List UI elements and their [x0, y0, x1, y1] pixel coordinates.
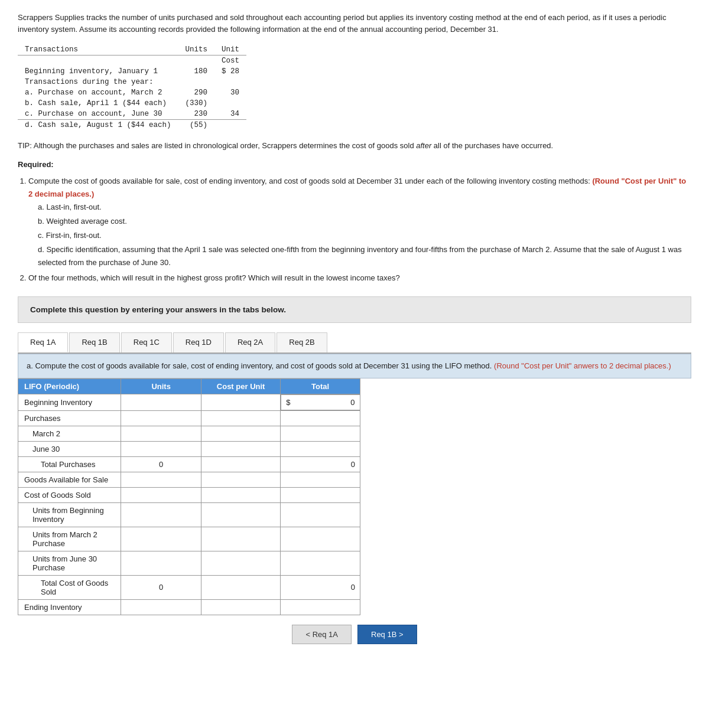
req1-text: Compute the cost of goods available for … [28, 177, 590, 185]
input-cpu-total-cogs[interactable] [201, 580, 280, 595]
tab-req1b[interactable]: Req 1B [69, 332, 119, 352]
row-total-cogs [281, 487, 360, 502]
input-cpu-purchases[interactable] [201, 411, 280, 426]
row-units-from-beginning[interactable] [121, 502, 201, 527]
tabs-row: Req 1A Req 1B Req 1C Req 1D Req 2A Req 2… [18, 332, 691, 354]
tab-desc-text1: a. Compute the cost of goods available f… [27, 361, 492, 370]
table-row: Total Cost of Goods Sold 0 0 [18, 575, 360, 599]
row-cpu-cogs [201, 487, 280, 502]
input-total-ending[interactable] [281, 600, 360, 615]
row-cpu-total-cogs[interactable] [201, 575, 280, 599]
row-units-purchases[interactable] [121, 410, 201, 426]
input-units-from-june30[interactable] [121, 556, 201, 570]
next-button[interactable]: Req 1B > [357, 625, 417, 644]
row-label-from-march2: Units from March 2 Purchase [18, 527, 121, 551]
row-units-beginning[interactable] [121, 394, 201, 410]
row-august-label: d. Cash sale, August 1 ($44 each) [18, 120, 178, 131]
row-august-units: (55) [178, 120, 215, 131]
input-cpu-from-march2[interactable] [201, 531, 280, 546]
row-total-purchases [281, 410, 360, 426]
input-units-beginning[interactable] [121, 395, 201, 410]
row-june-label: c. Purchase on account, June 30 [18, 109, 178, 120]
row-units-march2[interactable] [121, 426, 201, 441]
row-cpu-goods-available[interactable] [201, 472, 280, 487]
row-march-label: a. Purchase on account, March 2 [18, 87, 178, 98]
row-cpu-from-march2[interactable] [201, 527, 280, 551]
row-total-total-purchases: 0 [281, 456, 360, 472]
table-row: Units from June 30 Purchase [18, 551, 360, 575]
input-cpu-from-beginning[interactable] [201, 507, 280, 522]
input-cpu-ending[interactable] [201, 600, 280, 615]
tab-req2b[interactable]: Req 2B [277, 332, 327, 352]
lifo-table-wrapper: LIFO (Periodic) Units Cost per Unit Tota… [18, 378, 691, 615]
row-cpu-ending[interactable] [201, 599, 280, 615]
input-units-march2[interactable] [121, 426, 201, 441]
tab-req1c[interactable]: Req 1C [121, 332, 172, 352]
required-label: Required: [18, 160, 691, 169]
input-cpu-march2[interactable] [201, 426, 280, 441]
tab-req1a[interactable]: Req 1A [18, 332, 68, 352]
row-cpu-from-june30[interactable] [201, 551, 280, 575]
row-label-june30: June 30 [18, 441, 121, 456]
row-label-ending-inventory: Ending Inventory [18, 599, 121, 615]
prev-button[interactable]: < Req 1A [292, 625, 352, 644]
table-row: Units from March 2 Purchase [18, 527, 360, 551]
input-units-goods-available[interactable] [121, 472, 201, 487]
table-row: Beginning Inventory $ 0 [18, 394, 360, 410]
tab-description: a. Compute the cost of goods available f… [18, 354, 691, 378]
row-label-from-june30: Units from June 30 Purchase [18, 551, 121, 575]
row-cpu-total-purchases[interactable] [201, 456, 280, 472]
col-cost-header [18, 56, 178, 67]
tip-text-2: all of the purchases have occurred. [431, 141, 553, 150]
row-units-total-purchases: 0 [121, 456, 201, 472]
row-units-cogs [121, 487, 201, 502]
input-cpu-goods-available[interactable] [201, 472, 280, 487]
req1-sub-c: c. First-in, first-out. [38, 229, 691, 242]
row-cpu-march2[interactable] [201, 426, 280, 441]
transaction-table: Transactions Units Unit Cost Beginning i… [18, 44, 246, 130]
row-units-from-june30[interactable] [121, 551, 201, 575]
input-cpu-june30[interactable] [201, 442, 280, 456]
row-june-units: 230 [178, 109, 215, 120]
lifo-table: LIFO (Periodic) Units Cost per Unit Tota… [18, 378, 360, 615]
row-total-goods-available[interactable] [281, 472, 360, 487]
input-cpu-beginning[interactable] [201, 395, 280, 410]
row-units-from-march2[interactable] [121, 527, 201, 551]
row-total-from-march2 [281, 527, 360, 551]
intro-paragraph: Scrappers Supplies tracks the number of … [18, 12, 691, 35]
row-units-ending[interactable] [121, 599, 201, 615]
row-cpu-june30[interactable] [201, 441, 280, 456]
row-total-ending[interactable] [281, 599, 360, 615]
row-total-june30 [281, 441, 360, 456]
row-label-beginning-inventory: Beginning Inventory [18, 394, 121, 410]
nav-buttons: < Req 1A Req 1B > [18, 625, 691, 644]
table-row: Total Purchases 0 0 [18, 456, 360, 472]
input-units-ending[interactable] [121, 600, 201, 615]
input-units-from-march2[interactable] [121, 531, 201, 546]
row-cpu-purchases[interactable] [201, 410, 280, 426]
row-beginning-label: Beginning inventory, January 1 [18, 66, 178, 77]
tip-text-1: TIP: Although the purchases and sales ar… [18, 141, 416, 150]
input-cpu-total-purchases[interactable] [201, 457, 280, 472]
input-total-goods-available[interactable] [281, 472, 360, 487]
tab-req1d[interactable]: Req 1D [173, 332, 224, 352]
table-row: March 2 [18, 426, 360, 441]
row-units-june30[interactable] [121, 441, 201, 456]
row-label-cogs: Cost of Goods Sold [18, 487, 121, 502]
row-cpu-beginning[interactable] [201, 394, 280, 410]
input-units-from-beginning[interactable] [121, 507, 201, 522]
table-row: Ending Inventory [18, 599, 360, 615]
lifo-col-total: Total [281, 378, 360, 394]
row-units-total-cogs: 0 [121, 575, 201, 599]
input-units-purchases[interactable] [121, 411, 201, 426]
row-total-beginning: $ 0 [281, 394, 360, 410]
row-march-cost: 30 [214, 87, 246, 98]
input-units-june30[interactable] [121, 442, 201, 456]
lifo-col-label: LIFO (Periodic) [18, 378, 121, 394]
col-units-header: Units [178, 44, 215, 56]
tab-req2a[interactable]: Req 2A [225, 332, 275, 352]
row-cpu-from-beginning[interactable] [201, 502, 280, 527]
row-units-goods-available[interactable] [121, 472, 201, 487]
dollar-sign-beginning: $ [286, 398, 290, 407]
input-cpu-from-june30[interactable] [201, 556, 280, 570]
